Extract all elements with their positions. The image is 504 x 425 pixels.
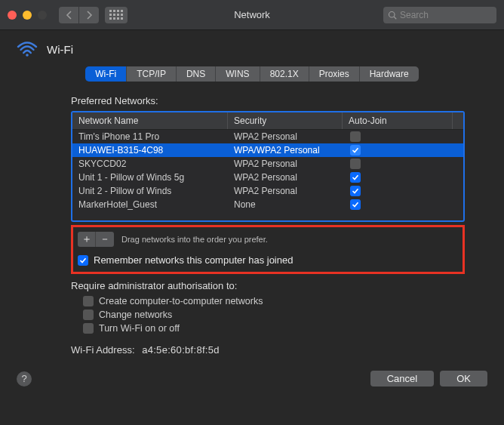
zoom-window-icon <box>38 11 47 20</box>
title-bar: Network Search <box>0 0 504 30</box>
table-header: Network Name Security Auto-Join <box>72 112 463 130</box>
network-name-cell: Unit 2 - Pillow of Winds <box>72 185 228 197</box>
tab-tcpip[interactable]: TCP/IP <box>127 66 177 82</box>
close-window-icon[interactable] <box>8 11 17 20</box>
network-autojoin-cell <box>343 144 463 156</box>
remember-networks-checkbox[interactable]: Remember networks this computer has join… <box>78 254 458 266</box>
network-security-cell: WPA2 Personal <box>228 185 343 197</box>
add-network-button[interactable]: ＋ <box>78 232 96 247</box>
forward-button[interactable] <box>79 7 99 23</box>
table-row[interactable]: MarkerHotel_GuestNone <box>72 198 463 211</box>
network-name-cell: MarkerHotel_Guest <box>72 199 228 211</box>
window-controls <box>8 11 47 20</box>
network-security-cell: WPA2 Personal <box>228 131 343 143</box>
network-name-cell: Unit 1 - Pillow of Winds 5g <box>72 171 228 183</box>
admin-option-label: Create computer-to-computer networks <box>99 296 263 306</box>
svg-point-2 <box>26 54 29 57</box>
tab-wins[interactable]: WINS <box>216 66 260 82</box>
wifi-address-label: Wi-Fi Address: <box>71 344 135 356</box>
window-title: Network <box>234 9 270 20</box>
table-row[interactable]: Unit 1 - Pillow of Winds 5gWPA2 Personal <box>72 171 463 184</box>
content-area: Wi-Fi Wi-FiTCP/IPDNSWINS802.1XProxiesHar… <box>0 30 504 363</box>
network-autojoin-cell <box>343 131 463 143</box>
autojoin-checkbox[interactable] <box>350 145 361 156</box>
column-security[interactable]: Security <box>228 112 343 129</box>
network-security-cell: WPA/WPA2 Personal <box>228 144 343 156</box>
network-name-cell: HUAWEI-B315-4C98 <box>72 144 228 156</box>
network-security-cell: None <box>228 199 343 211</box>
column-network-name[interactable]: Network Name <box>72 112 228 129</box>
svg-point-0 <box>389 11 395 17</box>
autojoin-checkbox[interactable] <box>350 172 361 183</box>
checkbox-icon <box>83 296 94 306</box>
minimize-window-icon[interactable] <box>23 11 32 20</box>
wifi-icon <box>17 41 38 57</box>
network-autojoin-cell <box>343 171 463 183</box>
remember-label: Remember networks this computer has join… <box>94 254 293 266</box>
admin-option[interactable]: Create computer-to-computer networks <box>83 296 465 306</box>
column-auto-join[interactable]: Auto-Join <box>343 112 463 129</box>
network-name-cell: Tim's iPhone 11 Pro <box>72 131 228 143</box>
wifi-header-label: Wi-Fi <box>47 43 73 56</box>
network-security-cell: WPA2 Personal <box>228 171 343 183</box>
drag-hint: Drag networks into the order you prefer. <box>121 235 268 244</box>
networks-table: Network Name Security Auto-Join Tim's iP… <box>71 111 465 222</box>
back-button[interactable] <box>59 7 78 23</box>
tab-bar: Wi-FiTCP/IPDNSWINS802.1XProxiesHardware <box>17 66 487 82</box>
tab-wifi[interactable]: Wi-Fi <box>85 66 127 82</box>
checkbox-icon <box>83 323 94 334</box>
preferred-networks-label: Preferred Networks: <box>71 95 465 106</box>
highlight-box: ＋ － Drag networks into the order you pre… <box>71 225 465 274</box>
autojoin-checkbox[interactable] <box>350 159 361 169</box>
wifi-header: Wi-Fi <box>17 41 487 57</box>
wifi-address: Wi-Fi Address: a4:5e:60:bf:8f:5d <box>71 344 465 356</box>
network-autojoin-cell <box>343 158 463 170</box>
add-remove-buttons: ＋ － <box>78 232 114 247</box>
admin-option-label: Change networks <box>99 310 172 320</box>
wifi-address-value: a4:5e:60:bf:8f:5d <box>142 344 220 356</box>
admin-option[interactable]: Change networks <box>83 310 465 320</box>
admin-option-label: Turn Wi-Fi on or off <box>99 323 180 334</box>
cancel-button[interactable]: Cancel <box>370 371 434 387</box>
table-row[interactable]: Unit 2 - Pillow of WindsWPA2 Personal <box>72 184 463 198</box>
network-name-cell: SKYCCD02 <box>72 158 228 170</box>
autojoin-checkbox[interactable] <box>350 199 361 210</box>
tab-proxies[interactable]: Proxies <box>309 66 360 82</box>
autojoin-checkbox[interactable] <box>350 131 361 142</box>
table-row[interactable]: HUAWEI-B315-4C98WPA/WPA2 Personal <box>72 143 463 157</box>
ok-button[interactable]: OK <box>440 371 487 387</box>
table-row[interactable]: Tim's iPhone 11 ProWPA2 Personal <box>72 130 463 143</box>
search-input[interactable]: Search <box>383 7 496 23</box>
table-row[interactable]: SKYCCD02WPA2 Personal <box>72 157 463 171</box>
checkbox-icon <box>83 310 94 320</box>
nav-buttons <box>59 7 99 23</box>
network-security-cell: WPA2 Personal <box>228 158 343 170</box>
network-autojoin-cell <box>343 185 463 197</box>
admin-option[interactable]: Turn Wi-Fi on or off <box>83 323 465 334</box>
admin-label: Require administrator authorisation to: <box>71 280 465 291</box>
search-placeholder: Search <box>400 10 429 20</box>
tab-hardware[interactable]: Hardware <box>360 66 419 82</box>
tab-dns[interactable]: DNS <box>177 66 216 82</box>
help-button[interactable]: ? <box>17 371 32 387</box>
tab-8021x[interactable]: 802.1X <box>260 66 309 82</box>
network-autojoin-cell <box>343 199 463 211</box>
search-icon <box>388 11 397 20</box>
autojoin-checkbox[interactable] <box>350 186 361 196</box>
admin-section: Require administrator authorisation to: … <box>71 280 465 334</box>
footer: ? Cancel OK <box>0 363 504 394</box>
remove-network-button[interactable]: － <box>96 232 114 247</box>
svg-line-1 <box>394 17 396 19</box>
table-body: Tim's iPhone 11 ProWPA2 PersonalHUAWEI-B… <box>72 130 463 220</box>
checkbox-icon <box>78 255 88 266</box>
show-all-button[interactable] <box>105 7 128 23</box>
